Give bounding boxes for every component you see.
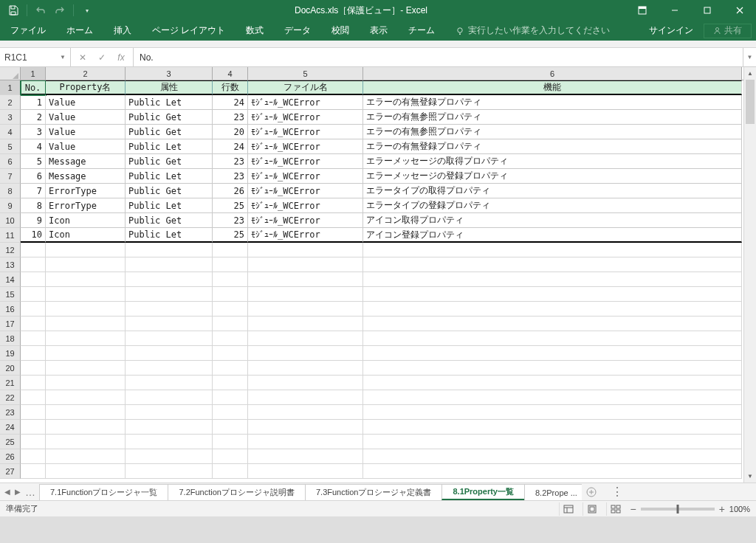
row-header[interactable]: 15	[0, 287, 21, 302]
cell[interactable]: Value	[46, 139, 126, 154]
cell[interactable]	[248, 435, 363, 449]
cell[interactable]: 機能	[363, 80, 742, 95]
row-header[interactable]: 17	[0, 317, 21, 331]
cell[interactable]	[363, 317, 742, 331]
cell[interactable]	[126, 390, 213, 405]
tab-file[interactable]: ファイル	[0, 21, 56, 41]
column-header[interactable]: 4	[213, 67, 248, 80]
cell[interactable]: Public Let	[126, 228, 213, 243]
cell[interactable]	[363, 361, 742, 376]
cell[interactable]	[363, 243, 742, 257]
row-header[interactable]: 4	[0, 125, 21, 139]
cell[interactable]	[363, 449, 742, 464]
cell[interactable]	[126, 435, 213, 449]
sheet-tab[interactable]: 7.3Functionプロシージャ定義書	[305, 484, 442, 500]
cell[interactable]: 5	[21, 154, 46, 169]
row-header[interactable]: 26	[0, 449, 21, 464]
cell[interactable]	[126, 449, 213, 464]
cell[interactable]: Value	[46, 125, 126, 139]
sign-in-link[interactable]: サインイン	[639, 24, 704, 37]
cell[interactable]: ファイル名	[248, 80, 363, 95]
sheet-tab[interactable]: 8.1Property一覧	[441, 484, 525, 500]
cell[interactable]	[46, 302, 126, 317]
cell[interactable]: ﾓｼﾞｭｰﾙ_WCError	[248, 169, 363, 184]
save-icon[interactable]	[4, 1, 22, 19]
cell[interactable]	[213, 405, 248, 420]
cell[interactable]	[21, 361, 46, 376]
cell[interactable]	[248, 420, 363, 435]
close-button[interactable]	[724, 0, 756, 21]
share-button[interactable]: 共有	[704, 24, 752, 38]
cell[interactable]: アイコン取得プロパティ	[363, 213, 742, 228]
cell[interactable]: アイコン登録プロパティ	[363, 228, 742, 243]
cell[interactable]	[46, 405, 126, 420]
sheet-prev-icon[interactable]: ◀	[4, 488, 10, 496]
cell[interactable]	[126, 361, 213, 376]
cell[interactable]: 26	[213, 184, 248, 198]
cell[interactable]	[21, 243, 46, 257]
cell[interactable]	[363, 390, 742, 405]
column-header[interactable]: 6	[363, 67, 742, 80]
cell[interactable]	[46, 435, 126, 449]
cell[interactable]	[363, 272, 742, 287]
cell[interactable]	[21, 435, 46, 449]
cell[interactable]	[363, 346, 742, 361]
fx-icon[interactable]: fx	[112, 49, 130, 66]
cell[interactable]	[21, 287, 46, 302]
cell[interactable]: ErrorType	[46, 184, 126, 198]
scroll-up-icon[interactable]: ▲	[744, 67, 756, 80]
normal-view-icon[interactable]	[559, 502, 577, 516]
cell[interactable]	[21, 390, 46, 405]
cell[interactable]: Value	[46, 110, 126, 125]
cell[interactable]	[126, 287, 213, 302]
cell[interactable]	[126, 302, 213, 317]
column-header[interactable]: 5	[248, 67, 363, 80]
qat-customize-icon[interactable]: ▾	[78, 1, 96, 19]
cell[interactable]	[126, 405, 213, 420]
cell[interactable]	[21, 331, 46, 346]
formula-expand-icon[interactable]: ▼	[743, 48, 756, 66]
cell[interactable]	[46, 272, 126, 287]
cell[interactable]: Value	[46, 95, 126, 110]
enter-icon[interactable]: ✓	[93, 49, 111, 66]
cell[interactable]	[213, 376, 248, 390]
row-header[interactable]: 11	[0, 228, 21, 243]
row-header[interactable]: 9	[0, 198, 21, 213]
row-header[interactable]: 24	[0, 420, 21, 435]
cell[interactable]: 25	[213, 228, 248, 243]
cell[interactable]: ﾓｼﾞｭｰﾙ_WCError	[248, 139, 363, 154]
cell[interactable]: 23	[213, 154, 248, 169]
tab-insert[interactable]: 挿入	[103, 21, 142, 41]
cell[interactable]: エラーの有無登録プロパティ	[363, 139, 742, 154]
sheet-next-icon[interactable]: ▶	[15, 488, 21, 496]
tab-formulas[interactable]: 数式	[236, 21, 274, 41]
cell[interactable]	[126, 317, 213, 331]
cell[interactable]	[213, 361, 248, 376]
row-header[interactable]: 19	[0, 346, 21, 361]
cell[interactable]	[46, 257, 126, 272]
row-header[interactable]: 2	[0, 95, 21, 110]
cell[interactable]: Public Let	[126, 169, 213, 184]
cell[interactable]: 24	[213, 139, 248, 154]
tab-team[interactable]: チーム	[398, 21, 445, 41]
new-sheet-button[interactable]	[582, 483, 601, 500]
cell[interactable]	[248, 317, 363, 331]
page-layout-view-icon[interactable]	[583, 502, 600, 516]
cell[interactable]: 属性	[126, 80, 213, 95]
cell[interactable]: Message	[46, 154, 126, 169]
cell[interactable]	[46, 361, 126, 376]
cancel-icon[interactable]: ✕	[74, 49, 92, 66]
row-header[interactable]: 12	[0, 243, 21, 257]
select-all-corner[interactable]	[0, 67, 21, 80]
cell[interactable]: 2	[21, 110, 46, 125]
cell[interactable]: ﾓｼﾞｭｰﾙ_WCError	[248, 213, 363, 228]
cell[interactable]	[21, 257, 46, 272]
cell[interactable]	[248, 449, 363, 464]
cell[interactable]: エラーの有無登録プロパティ	[363, 95, 742, 110]
cell[interactable]: エラーの有無参照プロパティ	[363, 110, 742, 125]
chevron-down-icon[interactable]: ▼	[60, 54, 66, 60]
cell[interactable]	[363, 405, 742, 420]
cell[interactable]: Public Get	[126, 110, 213, 125]
name-box[interactable]: R1C1 ▼	[0, 48, 71, 66]
minimize-button[interactable]	[659, 0, 691, 21]
